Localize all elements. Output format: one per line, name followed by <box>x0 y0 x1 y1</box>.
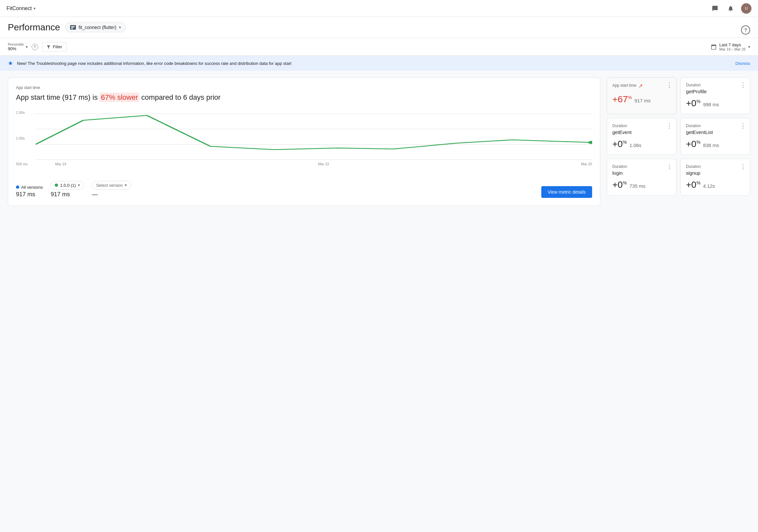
login-menu-icon[interactable]: ⋮ <box>667 163 672 170</box>
app-start-time-card: App start time ↗ ⋮ +67% 917 ms <box>607 77 676 114</box>
version-dot <box>55 184 58 187</box>
svg-rect-2 <box>71 28 73 29</box>
select-version-label: Select version <box>96 183 123 188</box>
star-icon: ★ <box>8 60 13 67</box>
get-profile-title: getProfile <box>686 89 745 94</box>
y-label-bot: 500 ms <box>16 162 34 166</box>
get-profile-label: Duration <box>686 83 745 88</box>
all-versions-legend: All versions 917 ms <box>16 185 43 198</box>
app-start-metric-row: +67% 917 ms <box>612 94 671 105</box>
login-metric-row: +0% 735 ms <box>612 180 671 190</box>
get-profile-ms: 998 ms <box>703 102 719 107</box>
x-label-mar19: Mar 19 <box>55 162 66 166</box>
y-label-mid: 1.00s <box>16 136 34 140</box>
app-selector[interactable]: fit_connect (flutter) ▾ <box>65 22 126 32</box>
get-profile-metric-row: +0% 998 ms <box>686 98 745 109</box>
login-title: login <box>612 170 671 176</box>
percentile-chevron: ▾ <box>26 45 28 49</box>
filter-bar: Percentile 90% ▾ ? Filter Last 7 days Ma… <box>0 38 758 56</box>
user-avatar[interactable]: U <box>741 3 751 14</box>
app-name-row[interactable]: FitConnect ▾ <box>7 6 36 12</box>
view-metric-details-button[interactable]: View metric details <box>541 186 592 198</box>
version-label: 1.0.0 (1) <box>60 183 76 188</box>
page-title-row: Performance fit_connect (flutter) ▾ <box>8 22 126 38</box>
help-icon[interactable]: ? <box>741 25 750 35</box>
version-chevron: ▾ <box>78 183 80 188</box>
signup-metric-row: +0% 4.12s <box>686 180 745 190</box>
metric-row-2: Duration ⋮ getEvent +0% 1.06s Duration ⋮… <box>607 118 750 155</box>
signup-title: signup <box>686 170 745 176</box>
signup-ms: 4.12s <box>703 183 715 189</box>
get-event-card: Duration ⋮ getEvent +0% 1.06s <box>607 118 676 155</box>
get-event-list-label: Duration <box>686 124 745 128</box>
svg-rect-1 <box>71 27 74 28</box>
signup-menu-icon[interactable]: ⋮ <box>740 163 746 170</box>
percentile-label: Percentile <box>8 42 24 46</box>
all-versions-value: 917 ms <box>16 191 43 198</box>
app-start-arrow-icon: ↗ <box>638 83 643 89</box>
signup-card: Duration ⋮ signup +0% 4.12s <box>680 159 750 195</box>
announcement-banner: ★ New! The Troubleshooting page now incl… <box>0 56 758 71</box>
get-event-label: Duration <box>612 124 671 128</box>
percentile-help-icon[interactable]: ? <box>32 44 38 50</box>
percentile-selector[interactable]: Percentile 90% ▾ <box>8 42 28 51</box>
all-versions-dot <box>16 186 19 189</box>
get-profile-menu-icon[interactable]: ⋮ <box>740 82 746 89</box>
headline-highlight: 67% slower <box>100 92 139 102</box>
signup-pct: +0% <box>686 180 700 190</box>
filter-button[interactable]: Filter <box>42 42 66 52</box>
chart-y-labels: 1.50s 1.00s 500 ms <box>16 111 34 166</box>
get-profile-card: Duration ⋮ getProfile +0% 998 ms <box>680 77 750 114</box>
app-start-title-row: App start time ↗ <box>612 83 671 89</box>
banner-dismiss-button[interactable]: Dismiss <box>736 61 750 66</box>
signup-label: Duration <box>686 164 745 169</box>
svg-rect-0 <box>71 26 75 27</box>
app-start-label: App start time <box>612 83 637 88</box>
filter-label: Filter <box>53 44 62 49</box>
y-label-top: 1.50s <box>16 111 34 114</box>
app-start-chart: 1.50s 1.00s 500 ms Mar 19 <box>16 111 592 176</box>
chart-x-labels: Mar 19 Mar 22 Mar 25 <box>55 162 592 166</box>
app-selector-icon <box>70 25 76 30</box>
app-start-ms: 917 ms <box>635 98 650 103</box>
app-name: FitConnect <box>7 6 32 12</box>
notification-icon[interactable] <box>725 3 736 14</box>
date-range-title: Last 7 days <box>719 42 745 47</box>
chart-svg-area: Mar 19 Mar 22 Mar 25 <box>36 111 592 166</box>
get-event-list-menu-icon[interactable]: ⋮ <box>740 122 746 129</box>
x-label-mar22: Mar 22 <box>318 162 329 166</box>
date-range-sub: Mar 19 – Mar 25 <box>719 47 745 51</box>
get-event-list-pct: +0% <box>686 139 700 149</box>
app-selector-chevron: ▾ <box>119 25 121 30</box>
date-range-chevron: ▾ <box>748 45 750 49</box>
page-title: Performance <box>8 22 60 33</box>
login-ms: 735 ms <box>629 183 645 189</box>
get-event-menu-icon[interactable]: ⋮ <box>667 122 672 129</box>
get-event-metric-row: +0% 1.06s <box>612 139 671 149</box>
app-start-menu-icon[interactable]: ⋮ <box>667 82 672 89</box>
app-start-pct: +67% <box>612 94 632 105</box>
page-header: Performance fit_connect (flutter) ▾ ? <box>0 17 758 38</box>
get-profile-pct: +0% <box>686 98 700 109</box>
login-card: Duration ⋮ login +0% 735 ms <box>607 159 676 195</box>
nav-icons: U <box>710 3 751 14</box>
headline-post: compared to 6 days prior <box>139 93 220 101</box>
version-selector[interactable]: 1.0.0 (1) ▾ <box>51 181 84 190</box>
percentile-value: 90% <box>8 46 24 51</box>
all-versions-label: All versions <box>21 185 43 190</box>
get-event-list-title: getEventList <box>686 129 745 135</box>
metric-row-3: Duration ⋮ login +0% 735 ms Duration ⋮ s… <box>607 159 750 195</box>
headline-pre: App start time (917 ms) is <box>16 93 100 101</box>
section-label: App start time <box>16 86 592 90</box>
banner-text: New! The Troubleshooting page now includ… <box>17 61 291 66</box>
chat-icon[interactable] <box>710 3 720 14</box>
version-100-value: 917 ms <box>51 191 84 198</box>
banner-left: ★ New! The Troubleshooting page now incl… <box>8 60 291 67</box>
select-version-dropdown[interactable]: Select version ▾ <box>92 181 131 190</box>
date-range-selector[interactable]: Last 7 days Mar 19 – Mar 25 ▾ <box>711 42 750 51</box>
login-pct: +0% <box>612 180 627 190</box>
get-event-list-ms: 838 ms <box>703 142 719 148</box>
filter-left: Percentile 90% ▾ ? Filter <box>8 42 66 52</box>
version-100-legend: 1.0.0 (1) ▾ 917 ms <box>51 181 84 198</box>
app-start-panel: App start time App start time (917 ms) i… <box>8 77 600 206</box>
